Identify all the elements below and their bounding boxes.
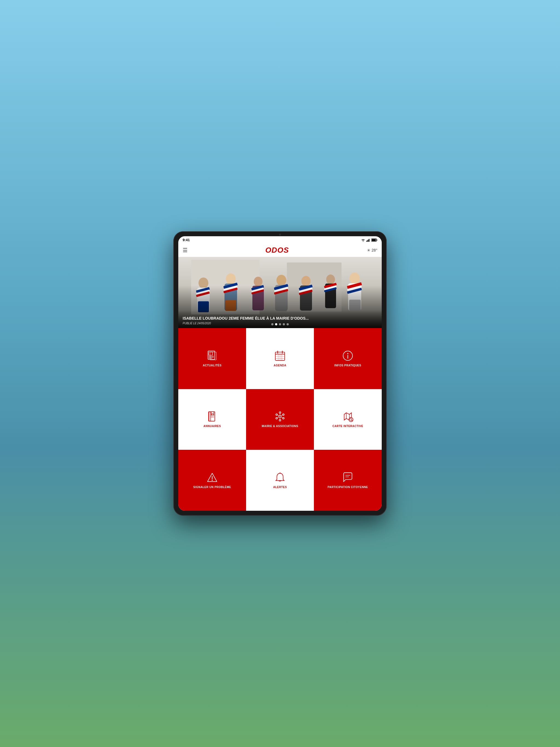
svg-line-84	[277, 415, 279, 416]
status-icons	[361, 238, 377, 242]
tablet-screen: 9:41	[178, 236, 382, 511]
app-title: ODOS	[265, 246, 289, 255]
menu-item-infos-pratiques[interactable]: INFOS PRATIQUES	[314, 328, 382, 389]
menu-label-carte: CARTE INTERACTIVE	[332, 424, 363, 428]
hamburger-button[interactable]: ☰	[183, 247, 187, 254]
menu-label-agenda: AGENDA	[274, 364, 286, 367]
menu-grid: ACTUALITÉS AGENDA	[178, 328, 382, 511]
newspaper-icon	[206, 350, 218, 361]
menu-label-actualites: ACTUALITÉS	[203, 364, 222, 367]
wifi-icon	[361, 238, 365, 242]
map-icon	[342, 411, 354, 422]
menu-label-participation: PARTICIPATION CITOYENNE	[328, 485, 368, 489]
camera	[279, 233, 281, 236]
svg-rect-1	[367, 240, 368, 242]
svg-rect-2	[368, 239, 370, 242]
menu-label-signaler: SIGNALER UN PROBLÈME	[193, 485, 231, 489]
menu-item-alertes[interactable]: ALERTES	[246, 450, 314, 511]
hero-title: ISABELLE LOUBRADOU 2EME FEMME ÉLUE À LA …	[183, 316, 377, 321]
dot-5[interactable]	[286, 323, 289, 325]
svg-line-85	[281, 415, 283, 416]
svg-rect-55	[210, 352, 216, 360]
dot-4[interactable]	[283, 323, 285, 325]
svg-point-92	[212, 480, 213, 481]
menu-item-agenda[interactable]: AGENDA	[246, 328, 314, 389]
dot-2[interactable]	[275, 323, 277, 325]
svg-point-67	[347, 353, 348, 354]
svg-point-77	[283, 417, 284, 419]
menu-label-infos: INFOS PRATIQUES	[334, 364, 361, 367]
bell-icon	[274, 472, 286, 483]
app-header: ☰ ODOS ☀ 28°	[178, 243, 382, 257]
signal-icon	[366, 238, 370, 242]
weather-info: ☀ 28°	[367, 248, 377, 253]
menu-label-annuaires: ANNUAIRES	[203, 424, 221, 428]
menu-item-actualites[interactable]: ACTUALITÉS	[178, 328, 246, 389]
menu-label-mairie: MAIRIE & ASSOCIATIONS	[262, 424, 298, 428]
status-bar: 9:41	[178, 236, 382, 243]
svg-rect-6	[372, 239, 376, 241]
menu-label-alertes: ALERTES	[273, 485, 287, 489]
svg-point-74	[279, 412, 281, 413]
menu-item-signaler[interactable]: SIGNALER UN PROBLÈME	[178, 450, 246, 511]
menu-item-carte[interactable]: CARTE INTERACTIVE	[314, 389, 382, 450]
warning-icon	[206, 472, 218, 483]
calendar-icon	[274, 350, 286, 361]
menu-item-participation[interactable]: PARTICIPATION CITOYENNE	[314, 450, 382, 511]
svg-rect-69	[209, 412, 211, 421]
menu-item-mairie-assoc[interactable]: MAIRIE & ASSOCIATIONS	[246, 389, 314, 450]
dot-1[interactable]	[271, 323, 274, 325]
svg-rect-5	[377, 239, 377, 241]
svg-point-78	[276, 414, 278, 416]
book-icon	[206, 411, 218, 422]
chat-icon	[342, 472, 354, 483]
dot-3[interactable]	[279, 323, 281, 325]
battery-icon	[371, 238, 377, 242]
svg-point-73	[279, 416, 281, 418]
carousel-dots	[271, 322, 289, 327]
svg-point-76	[276, 417, 278, 419]
menu-item-annuaires[interactable]: ANNUAIRES	[178, 389, 246, 450]
hero-carousel[interactable]: ISABELLE LOUBRADOU 2EME FEMME ÉLUE À LA …	[178, 257, 382, 328]
sun-icon: ☀	[367, 248, 371, 253]
svg-point-79	[283, 414, 284, 416]
svg-rect-0	[366, 241, 367, 242]
svg-line-83	[281, 417, 283, 418]
svg-line-82	[277, 417, 279, 418]
info-icon	[342, 350, 354, 361]
temperature: 28°	[372, 248, 377, 252]
network-icon	[274, 411, 286, 422]
svg-rect-3	[370, 238, 370, 242]
time: 9:41	[183, 238, 190, 242]
svg-point-75	[279, 420, 281, 421]
svg-rect-51	[209, 352, 212, 355]
tablet-frame: 9:41	[173, 231, 387, 516]
